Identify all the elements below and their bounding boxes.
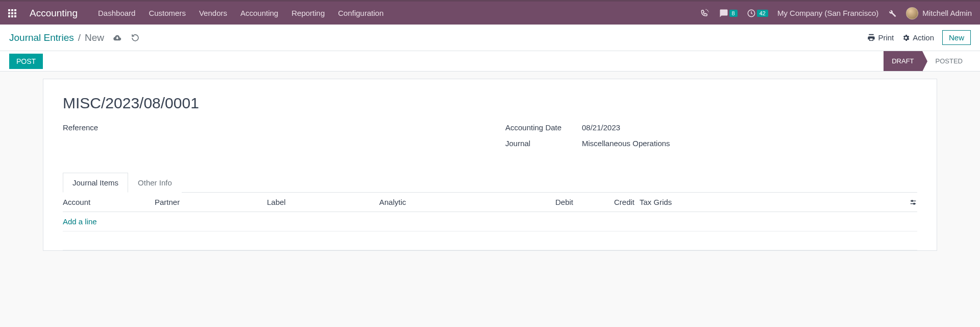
tools-icon[interactable] — [888, 9, 897, 18]
menu-configuration[interactable]: Configuration — [338, 9, 383, 17]
entry-title: MISC/2023/08/0001 — [63, 95, 917, 112]
subheader-right: Print Action New — [867, 30, 971, 45]
field-journal: Journal Miscellaneous Operations — [505, 139, 917, 148]
columns-options-icon[interactable] — [909, 198, 917, 206]
cloud-save-icon[interactable] — [112, 33, 121, 42]
post-button[interactable]: POST — [9, 54, 43, 69]
phone-icon[interactable] — [700, 8, 710, 18]
breadcrumb: Journal Entries / New — [9, 32, 104, 43]
apps-launcher-icon[interactable] — [8, 9, 16, 17]
breadcrumb-separator: / — [78, 32, 81, 43]
chat-icon — [719, 9, 728, 18]
fields-row: Reference Accounting Date 08/21/2023 Jou… — [63, 123, 917, 155]
avatar — [906, 7, 918, 19]
print-button[interactable]: Print — [867, 33, 894, 42]
field-accounting-date: Accounting Date 08/21/2023 — [505, 123, 917, 132]
chat-badge: 8 — [729, 10, 738, 17]
subheader: Journal Entries / New Print Action New — [0, 25, 980, 51]
date-label: Accounting Date — [505, 123, 582, 132]
menu-customers[interactable]: Customers — [149, 9, 186, 17]
col-taxgrids: Tax Grids — [634, 198, 711, 206]
form-sheet: MISC/2023/08/0001 Reference Accounting D… — [43, 79, 937, 251]
print-icon — [867, 34, 875, 42]
grid-add-row: Add a line — [63, 212, 917, 231]
journal-value[interactable]: Miscellaneous Operations — [582, 139, 670, 148]
tabs: Journal Items Other Info — [63, 172, 917, 193]
new-button[interactable]: New — [942, 30, 971, 45]
field-reference: Reference — [63, 123, 475, 132]
menu-dashboard[interactable]: Dashboard — [98, 9, 135, 17]
breadcrumb-root[interactable]: Journal Entries — [9, 32, 74, 43]
company-selector[interactable]: My Company (San Francisco) — [777, 9, 878, 17]
add-line-link[interactable]: Add a line — [63, 217, 97, 226]
activity-button[interactable]: 42 — [747, 9, 768, 18]
clock-icon — [747, 9, 756, 18]
app-brand[interactable]: Accounting — [30, 8, 78, 19]
col-debit: Debit — [512, 198, 573, 206]
sheet-wrapper: MISC/2023/08/0001 Reference Accounting D… — [0, 72, 980, 251]
date-value[interactable]: 08/21/2023 — [582, 123, 620, 132]
topbar-right: 8 42 My Company (San Francisco) Mitchell… — [700, 7, 972, 19]
menu-vendors[interactable]: Vendors — [199, 9, 227, 17]
topbar-left: Accounting Dashboard Customers Vendors A… — [8, 8, 383, 19]
col-analytic: Analytic — [379, 198, 512, 206]
tab-journal-items[interactable]: Journal Items — [63, 173, 128, 193]
fields-left: Reference — [63, 123, 475, 155]
status-posted[interactable]: POSTED — [922, 51, 971, 71]
breadcrumb-actions — [112, 33, 140, 42]
col-credit: Credit — [573, 198, 634, 206]
reference-label: Reference — [63, 123, 139, 132]
grid-header: Account Partner Label Analytic Debit Cre… — [63, 193, 917, 212]
status-steps: DRAFT POSTED — [884, 51, 971, 71]
activity-badge: 42 — [757, 10, 768, 17]
status-bar: POST DRAFT POSTED — [0, 51, 980, 72]
menu-reporting[interactable]: Reporting — [291, 9, 325, 17]
menu-accounting[interactable]: Accounting — [240, 9, 278, 17]
journal-label: Journal — [505, 139, 582, 148]
action-label: Action — [913, 33, 934, 42]
breadcrumb-current: New — [85, 32, 104, 43]
gear-icon — [902, 34, 910, 42]
discard-icon[interactable] — [131, 33, 140, 42]
tab-other-info[interactable]: Other Info — [128, 173, 182, 193]
fields-right: Accounting Date 08/21/2023 Journal Misce… — [505, 123, 917, 155]
grid-empty-row — [63, 231, 917, 250]
status-draft[interactable]: DRAFT — [884, 51, 922, 71]
col-account: Account — [63, 198, 155, 206]
user-name: Mitchell Admin — [922, 9, 972, 17]
col-label: Label — [267, 198, 379, 206]
svg-point-4 — [914, 203, 915, 204]
main-menu: Dashboard Customers Vendors Accounting R… — [98, 9, 383, 17]
user-menu[interactable]: Mitchell Admin — [906, 7, 972, 19]
top-navbar: Accounting Dashboard Customers Vendors A… — [0, 0, 980, 25]
print-label: Print — [878, 33, 894, 42]
chat-button[interactable]: 8 — [719, 9, 738, 18]
col-partner: Partner — [155, 198, 267, 206]
action-button[interactable]: Action — [902, 33, 934, 42]
svg-point-3 — [912, 200, 913, 202]
